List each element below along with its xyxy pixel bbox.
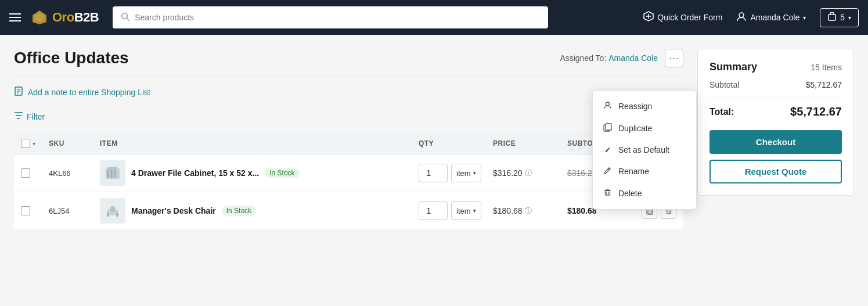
page-title: Office Updates bbox=[14, 49, 129, 67]
dropdown-rename-label: Rename bbox=[618, 167, 649, 176]
request-quote-button[interactable]: Request Quote bbox=[709, 160, 842, 183]
row2-sku: 6LJ54 bbox=[49, 207, 95, 215]
row2-qty-input[interactable] bbox=[419, 201, 448, 220]
filter-label: Filter bbox=[27, 112, 45, 121]
cart-icon bbox=[827, 12, 837, 23]
note-icon bbox=[14, 87, 23, 98]
dropdown-delete-label: Delete bbox=[618, 189, 642, 198]
row2-item: Manager's Desk Chair In Stock bbox=[100, 198, 414, 224]
quick-order-button[interactable]: Quick Order Form bbox=[643, 11, 722, 24]
summary-divider bbox=[709, 98, 842, 98]
select-all-header[interactable]: ▾ bbox=[21, 139, 44, 148]
search-bar[interactable] bbox=[113, 6, 548, 28]
dropdown-item-delete[interactable]: Delete bbox=[593, 182, 696, 204]
row2-price: $180.68 ⓘ bbox=[493, 206, 563, 216]
total-label: Total: bbox=[709, 107, 734, 117]
summary-subtotal-row: Subtotal $5,712.67 bbox=[709, 80, 842, 89]
filter-button[interactable]: Filter bbox=[14, 111, 45, 121]
more-options-button[interactable]: ··· bbox=[665, 49, 683, 67]
row2-product-image bbox=[100, 198, 125, 224]
dropdown-item-rename[interactable]: Rename bbox=[593, 160, 696, 182]
assigned-user-link[interactable]: Amanda Cole bbox=[608, 53, 658, 63]
svg-rect-18 bbox=[108, 167, 117, 169]
th-item: ITEM bbox=[100, 139, 414, 147]
quick-order-icon bbox=[643, 11, 654, 24]
svg-rect-37 bbox=[606, 124, 611, 130]
add-note-label: Add a note to entire Shopping List bbox=[28, 88, 150, 97]
row1-qty: item ▾ bbox=[419, 164, 488, 182]
svg-point-35 bbox=[606, 102, 609, 106]
filter-icon bbox=[14, 111, 23, 121]
svg-rect-39 bbox=[605, 190, 610, 195]
header-actions: Assigned To: Amanda Cole ··· bbox=[560, 49, 683, 67]
header-divider bbox=[14, 77, 683, 77]
th-qty: QTY bbox=[419, 139, 488, 147]
svg-rect-28 bbox=[116, 213, 118, 217]
expand-arrow-icon[interactable]: ▾ bbox=[33, 141, 35, 147]
main-content: Office Updates Assigned To: Amanda Cole … bbox=[0, 35, 868, 229]
row1-item-details: 4 Drawer File Cabinet, 15 x 52 x... bbox=[131, 168, 259, 178]
row2-stock-status: In Stock bbox=[222, 206, 256, 216]
table-row: 4KL66 4 Drawer File Cabinet, 15 x 52 x..… bbox=[14, 154, 683, 192]
duplicate-icon bbox=[602, 123, 613, 134]
row1-item-name: 4 Drawer File Cabinet, 15 x 52 x... bbox=[131, 168, 259, 178]
row1-price: $316.20 ⓘ bbox=[493, 168, 563, 178]
total-value: $5,712.67 bbox=[790, 105, 842, 118]
cart-chevron-icon: ▾ bbox=[848, 15, 851, 21]
dropdown-duplicate-label: Duplicate bbox=[618, 124, 652, 133]
svg-rect-26 bbox=[110, 206, 115, 212]
dropdown-item-duplicate[interactable]: Duplicate bbox=[593, 117, 696, 139]
row1-product-image bbox=[100, 160, 125, 186]
summary-panel: Summary 15 Items Subtotal $5,712.67 Tota… bbox=[697, 49, 854, 196]
row1-unit-select[interactable]: item ▾ bbox=[451, 164, 481, 182]
svg-rect-6 bbox=[829, 15, 835, 20]
subtotal-label: Subtotal bbox=[709, 80, 739, 89]
svg-rect-31 bbox=[648, 211, 651, 213]
table-header: ▾ SKU ITEM QTY PRICE SUBTOTAL bbox=[14, 133, 683, 154]
search-input[interactable] bbox=[135, 13, 540, 22]
row1-price-info-icon[interactable]: ⓘ bbox=[525, 168, 532, 178]
product-table: ▾ SKU ITEM QTY PRICE SUBTOTAL 4KL66 bbox=[14, 133, 683, 229]
svg-rect-16 bbox=[110, 170, 113, 178]
delete-icon bbox=[602, 188, 613, 199]
user-icon bbox=[736, 12, 747, 24]
row2-checkbox[interactable] bbox=[21, 206, 44, 215]
logo-text: OroB2B bbox=[52, 10, 99, 25]
page-header: Office Updates Assigned To: Amanda Cole … bbox=[14, 49, 683, 67]
cart-count: 5 bbox=[840, 13, 845, 22]
main-header: OroB2B Quick Order Form Amanda Cole ▾ 5 bbox=[0, 0, 868, 35]
search-icon bbox=[121, 12, 130, 23]
row2-price-info-icon[interactable]: ⓘ bbox=[525, 206, 532, 216]
row1-stock-status: In Stock bbox=[265, 168, 299, 178]
dropdown-set-default-label: Set as Default bbox=[618, 145, 669, 154]
row1-qty-input[interactable] bbox=[419, 164, 448, 182]
checkout-button[interactable]: Checkout bbox=[709, 130, 842, 154]
assigned-to-label: Assigned To: Amanda Cole bbox=[560, 53, 658, 63]
check-icon: ✓ bbox=[602, 146, 613, 154]
row2-item-name: Manager's Desk Chair bbox=[131, 206, 216, 215]
th-sku: SKU bbox=[49, 139, 95, 147]
row1-checkbox[interactable] bbox=[21, 168, 44, 178]
user-name: Amanda Cole bbox=[750, 13, 799, 22]
row1-sku: 4KL66 bbox=[49, 169, 95, 178]
row2-qty: item ▾ bbox=[419, 201, 488, 220]
svg-rect-15 bbox=[107, 170, 109, 178]
content-area: Office Updates Assigned To: Amanda Cole … bbox=[14, 49, 683, 229]
dropdown-menu: Reassign Duplicate ✓ Set as Default Rena… bbox=[592, 90, 697, 210]
svg-point-5 bbox=[739, 13, 744, 17]
select-all-checkbox[interactable] bbox=[21, 139, 30, 148]
cart-button[interactable]: 5 ▾ bbox=[820, 8, 859, 27]
hamburger-menu-icon[interactable] bbox=[9, 13, 21, 21]
unit-chevron-icon: ▾ bbox=[473, 208, 476, 214]
svg-rect-32 bbox=[667, 209, 671, 214]
add-note-button[interactable]: Add a note to entire Shopping List bbox=[14, 87, 683, 98]
row2-unit-select[interactable]: item ▾ bbox=[451, 201, 481, 220]
row2-item-details: Manager's Desk Chair bbox=[131, 206, 216, 215]
th-price: PRICE bbox=[493, 139, 563, 147]
filter-row: Filter bbox=[14, 109, 683, 124]
dropdown-item-reassign[interactable]: Reassign bbox=[593, 95, 696, 117]
dropdown-item-set-default[interactable]: ✓ Set as Default bbox=[593, 139, 696, 160]
summary-title: Summary bbox=[709, 61, 757, 73]
logo[interactable]: OroB2B bbox=[30, 8, 99, 27]
user-menu[interactable]: Amanda Cole ▾ bbox=[736, 12, 806, 24]
